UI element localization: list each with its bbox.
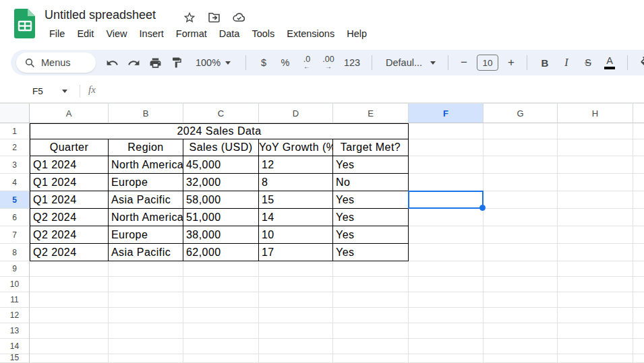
cell[interactable] [30, 292, 109, 308]
cell[interactable] [558, 292, 633, 308]
cell[interactable] [109, 277, 183, 292]
column-header-f-selected[interactable]: F [409, 104, 484, 123]
increase-decimal-button[interactable]: .00→ [318, 53, 339, 73]
cell[interactable] [30, 323, 109, 339]
star-icon[interactable] [182, 10, 196, 24]
document-title[interactable]: Untitled spreadsheet [45, 8, 156, 22]
print-button[interactable] [144, 53, 166, 73]
cell[interactable] [259, 323, 333, 339]
cell[interactable]: 45,000 [183, 156, 259, 174]
strikethrough-button[interactable]: S [577, 53, 599, 73]
menu-data[interactable]: Data [213, 26, 246, 41]
cell[interactable] [484, 174, 558, 191]
row-header-3[interactable]: 3 [0, 156, 30, 174]
cell-title-merged[interactable]: 2024 Sales Data [30, 123, 409, 139]
cell-header-growth[interactable]: YoY Growth (%) [259, 139, 333, 156]
cell[interactable] [259, 277, 333, 292]
cell[interactable] [183, 354, 259, 363]
cell[interactable]: Yes [333, 226, 409, 244]
cell[interactable]: Q1 2024 [30, 191, 109, 209]
menu-insert[interactable]: Insert [134, 26, 170, 41]
cell[interactable] [633, 308, 644, 323]
italic-button[interactable]: I [556, 53, 577, 73]
row-header-5-selected[interactable]: 5 [0, 191, 30, 209]
menu-file[interactable]: File [43, 26, 71, 41]
row-header-7[interactable]: 7 [0, 226, 30, 244]
cell[interactable] [484, 339, 558, 354]
cell[interactable] [633, 174, 644, 191]
row-header-4[interactable]: 4 [0, 174, 30, 191]
cell[interactable] [558, 261, 633, 277]
fill-handle[interactable] [479, 205, 486, 211]
cell[interactable] [558, 277, 633, 292]
cell[interactable]: 38,000 [183, 226, 259, 244]
increase-font-size-button[interactable]: + [502, 53, 520, 73]
zoom-control[interactable]: 100% [187, 53, 239, 73]
cell[interactable] [333, 323, 409, 339]
row-header-6[interactable]: 6 [0, 209, 30, 226]
active-cell-selection[interactable] [408, 191, 484, 209]
cell[interactable] [333, 261, 409, 277]
cell[interactable]: 10 [259, 226, 333, 244]
cell[interactable] [633, 323, 644, 339]
cell[interactable] [484, 308, 558, 323]
cell[interactable] [409, 354, 484, 363]
row-header-14[interactable]: 14 [0, 339, 30, 354]
menu-view[interactable]: View [100, 26, 133, 41]
row-header-13[interactable]: 13 [0, 323, 30, 339]
cell[interactable] [484, 226, 558, 244]
cell[interactable] [484, 277, 558, 292]
cell[interactable]: Yes [333, 244, 409, 261]
cell[interactable] [259, 339, 333, 354]
cell[interactable]: 62,000 [183, 244, 259, 261]
cell[interactable] [333, 308, 409, 323]
number-format-button[interactable]: 123 [339, 53, 365, 73]
cell[interactable] [409, 292, 484, 308]
cell[interactable] [30, 277, 109, 292]
bold-button[interactable]: B [534, 53, 556, 73]
cell[interactable] [409, 209, 484, 226]
cell[interactable] [633, 339, 644, 354]
menu-format[interactable]: Format [170, 26, 213, 41]
cell[interactable]: 32,000 [183, 174, 259, 191]
menus-search-button[interactable]: Menus [16, 53, 96, 73]
undo-button[interactable] [101, 53, 123, 73]
cell[interactable] [484, 139, 558, 156]
row-header-15[interactable]: 15 [0, 354, 30, 363]
cell[interactable] [633, 226, 644, 244]
row-header-12[interactable]: 12 [0, 308, 30, 323]
cell[interactable] [109, 308, 183, 323]
cell[interactable] [409, 308, 484, 323]
row-header-9[interactable]: 9 [0, 261, 30, 277]
menu-help[interactable]: Help [341, 26, 373, 41]
cell[interactable]: Q2 2024 [30, 209, 109, 226]
cell[interactable] [484, 156, 558, 174]
cell[interactable] [409, 339, 484, 354]
cell[interactable] [633, 354, 644, 363]
cell[interactable]: 58,000 [183, 191, 259, 209]
cell[interactable] [409, 244, 484, 261]
cell[interactable]: Asia Pacific [109, 244, 183, 261]
cell[interactable] [259, 261, 333, 277]
cell[interactable] [333, 292, 409, 308]
cell[interactable] [633, 123, 644, 139]
fill-color-button[interactable] [635, 53, 644, 73]
menu-edit[interactable]: Edit [71, 26, 100, 41]
cell[interactable]: Yes [333, 191, 409, 209]
cell[interactable]: North America [109, 209, 183, 226]
cell[interactable] [558, 156, 633, 174]
paint-format-button[interactable] [166, 53, 187, 73]
cell[interactable] [558, 139, 633, 156]
cell[interactable] [558, 308, 633, 323]
cell-header-region[interactable]: Region [109, 139, 183, 156]
cell[interactable] [484, 244, 558, 261]
cell[interactable]: Asia Pacific [109, 191, 183, 209]
cell[interactable] [109, 261, 183, 277]
cell[interactable] [484, 354, 558, 363]
cell[interactable] [109, 339, 183, 354]
cell[interactable] [183, 323, 259, 339]
cell[interactable]: Q2 2024 [30, 226, 109, 244]
column-header-partial[interactable] [633, 104, 644, 123]
row-header-11[interactable]: 11 [0, 292, 30, 308]
move-folder-icon[interactable] [207, 10, 221, 24]
